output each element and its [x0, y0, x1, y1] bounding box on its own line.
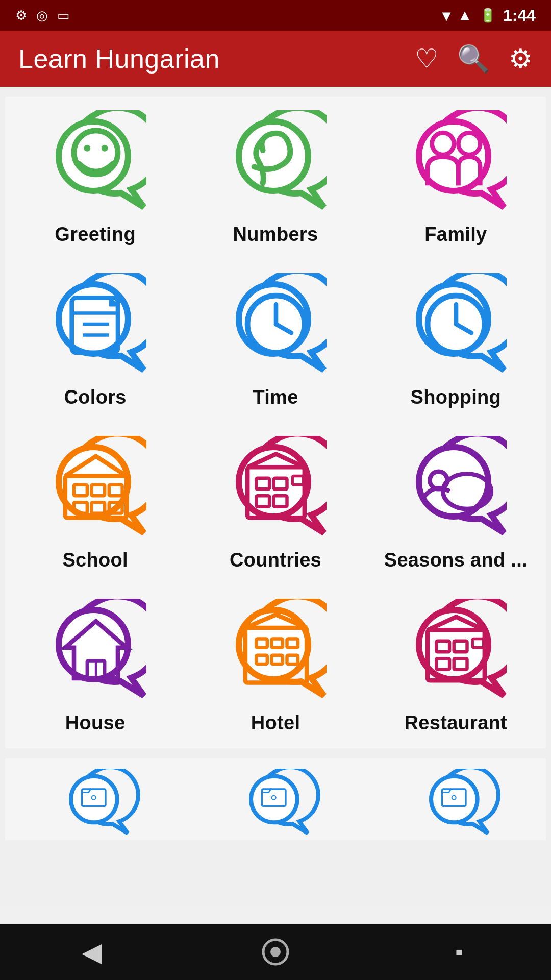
svg-rect-39 [256, 478, 269, 489]
category-label-greeting: Greeting [55, 224, 136, 246]
back-button[interactable]: ◀ [69, 929, 115, 975]
category-item-hotel[interactable]: Hotel [185, 585, 365, 748]
category-item-house[interactable]: House [5, 585, 185, 748]
category-icon-time [232, 285, 320, 363]
svg-rect-55 [256, 639, 267, 648]
svg-rect-65 [454, 641, 467, 652]
svg-rect-43 [292, 476, 304, 485]
svg-point-9 [432, 133, 454, 155]
svg-point-4 [101, 145, 108, 152]
svg-rect-42 [274, 496, 287, 507]
category-label-shopping: Shopping [411, 386, 502, 408]
category-icon-wrap-hotel [227, 604, 324, 701]
partial-category-2[interactable] [366, 758, 546, 840]
svg-rect-68 [473, 639, 484, 648]
svg-point-2 [74, 131, 118, 175]
category-icon-greeting [52, 122, 140, 200]
category-icon-shopping [412, 285, 500, 363]
category-item-shopping[interactable]: Shopping [366, 260, 546, 423]
category-label-countries: Countries [230, 549, 321, 571]
svg-rect-40 [274, 478, 287, 489]
partial-category-0[interactable] [5, 758, 185, 840]
settings-button[interactable]: ⚙ [509, 43, 533, 74]
svg-rect-67 [454, 658, 467, 670]
svg-rect-31 [91, 485, 105, 496]
signal-icon: ▲ [457, 7, 472, 24]
category-label-hotel: Hotel [251, 712, 300, 734]
category-item-countries[interactable]: Countries [185, 423, 365, 585]
svg-rect-64 [437, 641, 450, 652]
category-label-family: Family [424, 224, 487, 246]
category-icon-wrap-countries [227, 441, 324, 538]
category-item-restaurant[interactable]: Restaurant [366, 585, 546, 748]
category-icon-wrap-school [47, 441, 144, 538]
category-item-numbers[interactable]: Numbers [185, 97, 365, 260]
category-label-numbers: Numbers [233, 224, 318, 246]
category-item-school[interactable]: School [5, 423, 185, 585]
svg-rect-33 [74, 502, 87, 513]
svg-rect-34 [91, 502, 105, 513]
svg-rect-57 [287, 639, 298, 648]
sdcard-status-icon: ▭ [57, 8, 70, 23]
svg-point-46 [443, 474, 492, 509]
top-bar: Learn Hungarian ♡ 🔍 ⚙ [0, 31, 551, 87]
category-icon-wrap-restaurant [407, 604, 504, 701]
category-icon-wrap-house [47, 604, 144, 701]
category-item-colors[interactable]: Colors [5, 260, 185, 423]
favorites-button[interactable]: ♡ [415, 43, 439, 74]
svg-rect-60 [287, 655, 298, 664]
category-label-house: House [65, 712, 126, 734]
category-label-colors: Colors [64, 386, 127, 408]
circle-status-icon: ◎ [36, 8, 48, 23]
category-icon-hotel [232, 611, 320, 689]
category-icon-wrap-numbers [227, 115, 324, 212]
svg-point-82 [270, 947, 281, 957]
search-button[interactable]: 🔍 [457, 43, 490, 75]
recent-button[interactable]: ▪ [436, 929, 482, 975]
category-item-time[interactable]: Time [185, 260, 365, 423]
category-label-school: School [62, 549, 128, 571]
svg-rect-66 [437, 658, 450, 670]
category-icon-colors [52, 285, 140, 363]
status-bar: ⚙ ◎ ▭ ▾ ▲ 🔋 1:44 [0, 0, 551, 31]
top-bar-actions: ♡ 🔍 ⚙ [415, 43, 533, 75]
svg-rect-59 [271, 655, 283, 664]
category-item-greeting[interactable]: Greeting [5, 97, 185, 260]
partial-row [0, 758, 551, 906]
svg-point-10 [459, 133, 481, 155]
status-icons-right: ▾ ▲ 🔋 1:44 [442, 6, 536, 25]
svg-rect-32 [109, 485, 122, 496]
category-icon-numbers [232, 122, 320, 200]
category-icon-wrap-time [227, 278, 324, 375]
category-icon-family [412, 122, 500, 200]
bottom-nav: ◀ ▪ [0, 924, 551, 980]
status-icons-left: ⚙ ◎ ▭ [15, 8, 70, 23]
category-label-time: Time [253, 386, 298, 408]
time-display: 1:44 [503, 6, 536, 25]
category-label-seasons: Seasons and ... [384, 549, 528, 571]
category-item-family[interactable]: Family [366, 97, 546, 260]
svg-rect-35 [109, 502, 122, 513]
svg-line-26 [456, 324, 471, 333]
wifi-icon: ▾ [442, 7, 450, 24]
category-grid: Greeting Numbers [0, 87, 551, 758]
category-icon-countries [232, 448, 320, 526]
battery-icon: 🔋 [480, 8, 496, 23]
svg-rect-58 [256, 655, 267, 664]
category-label-restaurant: Restaurant [405, 712, 508, 734]
category-icon-seasons [412, 448, 500, 526]
home-button[interactable] [253, 929, 298, 975]
category-item-seasons[interactable]: Seasons and ... [366, 423, 546, 585]
settings-status-icon: ⚙ [15, 8, 27, 23]
svg-rect-41 [256, 496, 269, 507]
category-icon-wrap-family [407, 115, 504, 212]
category-icon-wrap-shopping [407, 278, 504, 375]
category-icon-school [52, 448, 140, 526]
category-icon-restaurant [412, 611, 500, 689]
svg-rect-30 [74, 485, 87, 496]
app-title: Learn Hungarian [18, 43, 220, 74]
svg-line-21 [276, 324, 291, 333]
category-icon-wrap-colors [47, 278, 144, 375]
category-icon-house [52, 611, 140, 689]
partial-category-1[interactable] [185, 758, 365, 840]
